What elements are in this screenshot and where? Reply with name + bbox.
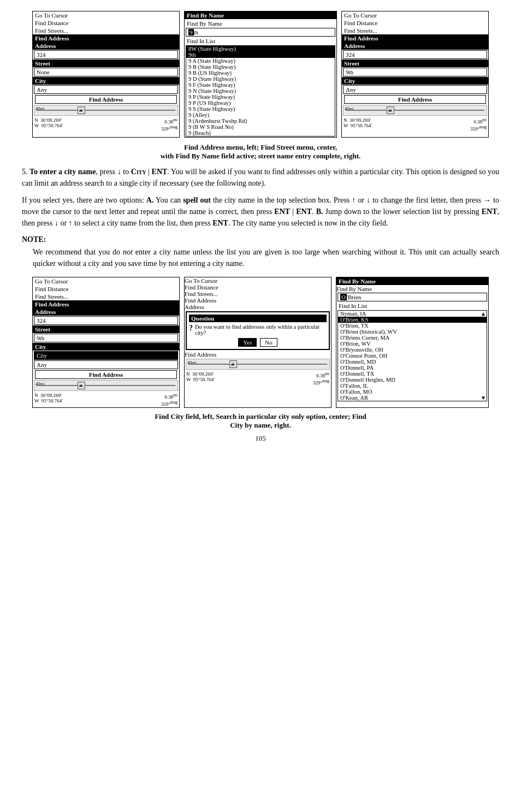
question-text-content: Do you want to find addresses only withi… (195, 324, 327, 336)
find-input-bottom-right[interactable]: O'Brien (338, 293, 487, 301)
goto-cursor-menu-right[interactable]: Go To Cursor (342, 11, 488, 19)
n-coord-left: N 36°09.269' (34, 117, 63, 123)
ent-bold-4: ENT (482, 208, 498, 216)
w-coord-right: W 95°50.764' (344, 123, 372, 128)
rl-item-14[interactable]: O'Kean, AR (338, 395, 487, 401)
rl-item-9[interactable]: O'Donnell, PA (338, 365, 487, 371)
find-in-list-header-bottom-right: Find In List (336, 302, 488, 310)
rl-item-2[interactable]: O'Brien, TX (338, 323, 487, 329)
body-text: 5. To enter a city name, press ↓ to City… (22, 166, 499, 229)
rl-item-8[interactable]: O'Donnell, MD (338, 359, 487, 365)
map-bar-left: 40mi ⛰ (34, 105, 178, 116)
list-item-7-center[interactable]: 9 N (State Highway) (186, 88, 335, 94)
slider-thumb-right[interactable]: ⛰ (387, 106, 394, 114)
no-button[interactable]: No (260, 338, 277, 347)
question-text: ? Do you want to find addresses only wit… (189, 324, 327, 336)
page-number: 105 (22, 434, 499, 443)
left-coords-bottom-center: N 36°09.269' W 95°50.764' (186, 371, 215, 386)
list-scrollable-center[interactable]: ▲ 8W (State Highway) 9th 9 A (State High… (186, 45, 335, 137)
city-smallcaps: City (131, 168, 146, 176)
gps-info-right: N 36°09.269' W 95°50.764' 0.38mi 329°mag (342, 117, 488, 132)
list-item-6-center[interactable]: 9 F (State Highway) (186, 82, 335, 88)
find-streets-menu-right[interactable]: Find Streets... (342, 27, 488, 34)
address-value-left[interactable]: 324 (34, 50, 178, 59)
yes-button[interactable]: Yes (238, 338, 257, 347)
city-value-left[interactable]: Any (34, 85, 178, 94)
rl-item-4[interactable]: O'Briens Corner, MA (338, 335, 487, 341)
top-caption-line1: Find Address menu, left; Find Street men… (184, 143, 337, 151)
list-item-4-center[interactable]: 9 B (US Highway) (186, 70, 335, 76)
rl-item-7[interactable]: O'Connor Point, OH (338, 353, 487, 359)
rl-item-1[interactable]: O'Brien, KS (338, 317, 487, 323)
goto-cursor-bottom-left[interactable]: Go To Cursor (33, 277, 179, 285)
rl-item-11[interactable]: O'Donnell Heights, MD (338, 377, 487, 383)
left-coords-right: N 36°09.269' W 95°50.764' (344, 117, 372, 132)
any-value-bottom-left[interactable]: Any (34, 360, 178, 369)
list-item-2-center[interactable]: 9 A (State Highway) (186, 58, 335, 64)
bottom-center-panel: Go To Cursor Find Distance Find Streets.… (184, 277, 331, 408)
address-value-right[interactable]: 324 (343, 50, 487, 59)
find-address-btn-right[interactable]: Find Address (344, 95, 486, 104)
find-streets-menu-left[interactable]: Find Streets... (33, 27, 179, 34)
list-item-12-center[interactable]: 9 (Ardenhurst Twshp Rd) (186, 118, 335, 124)
list-item-5-center[interactable]: 9 D (State Highway) (186, 76, 335, 82)
city-value-bottom-left[interactable]: City (34, 351, 178, 360)
rl-item-5[interactable]: O'Brion, WV (338, 341, 487, 347)
list-item-1-center[interactable]: 9th (186, 52, 335, 58)
list-item-11-center[interactable]: 9 (Alley) (186, 112, 335, 118)
w-coord-bottom-left: W 95°50.764' (34, 398, 63, 404)
find-distance-menu-right[interactable]: Find Distance (342, 19, 488, 27)
question-buttons: Yes No (189, 338, 327, 347)
slider-thumb-left[interactable]: ⛰ (78, 106, 85, 114)
find-streets-bottom-center[interactable]: Find Streets... (185, 291, 331, 297)
scroll-up-bottom-right[interactable]: ▲ (481, 311, 486, 317)
rl-item-0[interactable]: Nyman, IA (338, 311, 487, 317)
rl-item-10[interactable]: O'Donnell, TX (338, 371, 487, 377)
mag-left: 329°mag (161, 125, 177, 132)
rl-item-3[interactable]: O'Brien (historical), WV (338, 329, 487, 335)
find-address-btn-bottom-center[interactable]: Find Address (185, 351, 331, 358)
distance-bottom-center: 0.38mi (316, 371, 329, 378)
street-value-bottom-left[interactable]: 9th (34, 334, 178, 342)
list-item-0-center[interactable]: 8W (State Highway) (186, 46, 335, 52)
list-items-bottom-right[interactable]: ▲ Nyman, IA O'Brien, KS O'Brien, TX O'Br… (338, 310, 487, 401)
goto-cursor-bottom-center[interactable]: Go To Cursor (185, 277, 331, 284)
slider-thumb-bottom-center[interactable]: ⛰ (229, 360, 237, 368)
address-value-bottom-left[interactable]: 324 (34, 316, 178, 325)
rl-item-6[interactable]: O'Bryonsville, OH (338, 347, 487, 353)
find-distance-bottom-left[interactable]: Find Distance (33, 285, 179, 293)
find-address-btn-bottom-left[interactable]: Find Address (35, 370, 177, 379)
scroll-down-bottom-right[interactable]: ▼ (481, 395, 486, 401)
bottom-caption-line2: City by name, right. (230, 421, 291, 429)
scroll-up-arrow-center[interactable]: ▲ (329, 46, 334, 52)
find-address-header-right: Find Address (342, 34, 488, 42)
city-value-right[interactable]: Any (343, 85, 487, 94)
input-cursor-bottom-right: O (340, 294, 347, 300)
city-label-right: City (342, 77, 488, 85)
find-by-name-sub-center[interactable]: Find By Name (185, 20, 336, 27)
ent-bold-3: ENT (296, 208, 312, 216)
list-item-14-center[interactable]: 9 (Beach) (186, 130, 335, 136)
slider-thumb-bottom-left[interactable]: ⛰ (78, 382, 85, 389)
ent-bold-5: ENT (212, 219, 228, 227)
rl-item-13[interactable]: O'Fallon, MO (338, 389, 487, 395)
list-item-3-center[interactable]: 9 B (State Highway) (186, 64, 335, 70)
rl-item-12[interactable]: O'Fallon, IL (338, 383, 487, 389)
top-screenshots-row: Go To Cursor Find Distance Find Streets.… (22, 11, 499, 138)
street-value-right[interactable]: 9th (343, 68, 487, 76)
goto-cursor-menu-left[interactable]: Go To Cursor (33, 11, 179, 19)
find-distance-bottom-center[interactable]: Find Distance (185, 284, 331, 291)
find-streets-bottom-left[interactable]: Find Streets... (33, 293, 179, 300)
street-value-left[interactable]: None (34, 68, 178, 76)
top-caption-line2: with Find By Name field active; street n… (161, 152, 361, 160)
list-item-13-center[interactable]: 9 (B W S Road No) (186, 124, 335, 130)
list-item-9-center[interactable]: 9 P (US Highway) (186, 100, 335, 106)
find-by-name-sub-bottom-right[interactable]: Find By Name (336, 286, 488, 292)
find-distance-menu-left[interactable]: Find Distance (33, 19, 179, 27)
list-item-8-center[interactable]: 9 P (State Highway) (186, 94, 335, 100)
right-info-left: 0.38mi 329°mag (161, 117, 177, 132)
list-item-10-center[interactable]: 9 S (State Highway) (186, 106, 335, 112)
note-title: NOTE: (22, 235, 499, 244)
find-address-btn-left[interactable]: Find Address (35, 95, 177, 104)
find-input-center[interactable]: 9th (186, 28, 335, 37)
